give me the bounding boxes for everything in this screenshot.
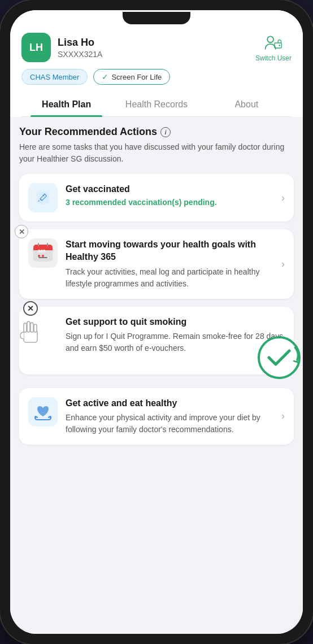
screen-check-icon: ✓ <box>102 72 108 81</box>
section-title-row: Your Recommended Actions i <box>19 126 294 138</box>
info-icon[interactable]: i <box>160 127 171 137</box>
user-left: LH Lisa Ho SXXXX321A <box>21 33 102 62</box>
dismiss-healthy365-button[interactable]: ✕ <box>15 225 28 238</box>
phone-screen: LH Lisa Ho SXXXX321A Switc <box>10 10 303 634</box>
active-healthy-arrow[interactable]: › <box>281 410 285 422</box>
user-name: Lisa Ho <box>58 37 102 49</box>
healthy365-title: Start moving towards your health goals w… <box>66 238 273 264</box>
svg-rect-10 <box>24 323 27 332</box>
svg-rect-12 <box>31 323 33 332</box>
quit-smoking-body: Get support to quit smoking Sign up for … <box>66 316 285 354</box>
user-nric: SXXXX321A <box>58 50 102 59</box>
checkmark-icon <box>257 335 302 380</box>
active-healthy-title: Get active and eat healthy <box>66 397 273 410</box>
healthy365-arrow[interactable]: › <box>281 258 285 270</box>
user-row: LH Lisa Ho SXXXX321A Switc <box>21 33 292 62</box>
badge-chas: CHAS Member <box>21 69 88 85</box>
quit-smoking-title: Get support to quit smoking <box>66 316 285 328</box>
card-vaccinate: Get vaccinated 3 recommended vaccination… <box>19 174 294 221</box>
tabs: Health Plan Health Records About <box>21 93 292 117</box>
user-info: Lisa Ho SXXXX321A <box>58 37 102 59</box>
calendar-icon: 365 <box>31 241 55 265</box>
active-healthy-desc: Enhance your physical activity and impro… <box>66 412 273 436</box>
vaccinate-title: Get vaccinated <box>66 183 273 195</box>
switch-user-button[interactable]: Switch User <box>255 33 292 62</box>
status-bar <box>10 10 303 26</box>
dismiss-quit-smoking-button[interactable]: ✕ <box>23 301 38 316</box>
svg-rect-13 <box>34 324 37 332</box>
section-desc: Here are some tasks that you have discus… <box>19 141 294 165</box>
checkmark-overlay <box>257 335 302 382</box>
svg-point-7 <box>38 255 40 257</box>
hand-cursor-icon <box>14 315 47 349</box>
healthy365-icon-wrap: 365 <box>28 238 58 268</box>
svg-rect-11 <box>27 321 30 332</box>
svg-point-0 <box>267 36 273 42</box>
tab-health-records[interactable]: Health Records <box>111 93 201 116</box>
badges-row: CHAS Member ✓ Screen For Life <box>21 69 292 85</box>
switch-user-icon <box>263 33 284 53</box>
active-healthy-icon-wrap <box>28 397 58 427</box>
chas-label: CHAS Member <box>30 73 79 81</box>
tab-health-plan[interactable]: Health Plan <box>21 93 111 116</box>
svg-text:365: 365 <box>38 249 46 254</box>
notch <box>123 12 190 24</box>
quit-smoking-desc: Sign up for I Quit Programme. Remain smo… <box>66 330 285 354</box>
vaccinate-icon-wrap <box>28 183 58 212</box>
svg-point-8 <box>42 255 44 257</box>
header: LH Lisa Ho SXXXX321A Switc <box>10 26 303 117</box>
vaccinate-body: Get vaccinated 3 recommended vaccination… <box>66 183 273 207</box>
badge-screen-for-life: ✓ Screen For Life <box>93 69 170 85</box>
screen-label: Screen For Life <box>111 73 162 81</box>
avatar: LH <box>21 33 51 62</box>
switch-user-label: Switch User <box>255 54 292 62</box>
tab-about[interactable]: About <box>202 93 292 116</box>
spacer <box>19 382 294 388</box>
phone-frame: LH Lisa Ho SXXXX321A Switc <box>0 0 313 644</box>
card-quit-smoking: ✕ <box>19 307 294 375</box>
card-active-healthy: Get active and eat healthy Enhance your … <box>19 388 294 445</box>
vaccinate-arrow[interactable]: › <box>281 192 285 204</box>
section-title: Your Recommended Actions <box>19 126 157 138</box>
svg-rect-2 <box>37 192 49 204</box>
main-content: Your Recommended Actions i Here are some… <box>10 117 303 634</box>
vaccinate-subtitle: 3 recommended vaccination(s) pending. <box>66 198 273 207</box>
card-healthy365: ✕ 365 Start moving toward <box>19 229 294 299</box>
healthy365-body: Start moving towards your health goals w… <box>66 238 273 290</box>
healthy365-desc: Track your activities, meal log and part… <box>66 266 273 290</box>
active-healthy-body: Get active and eat healthy Enhance your … <box>66 397 273 436</box>
hands-heart-icon <box>33 402 53 422</box>
svg-point-14 <box>259 337 299 378</box>
syringe-icon <box>34 189 52 207</box>
